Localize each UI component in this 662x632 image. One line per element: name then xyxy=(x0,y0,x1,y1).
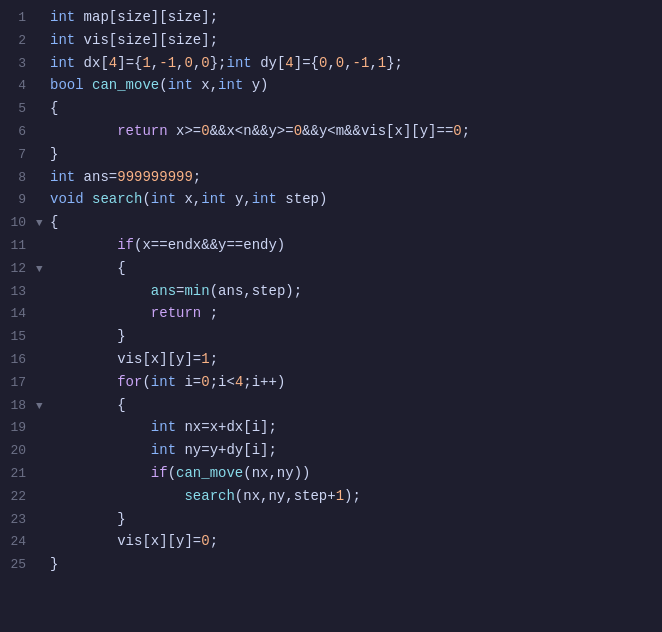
line-number: 20 xyxy=(0,441,36,462)
line-code: } xyxy=(50,553,662,575)
fold-arrow: ▼ xyxy=(36,215,50,233)
code-line: 6 return x>=0&&x<n&&y>=0&&y<m&&vis[x][y]… xyxy=(0,120,662,143)
line-number: 3 xyxy=(0,54,36,75)
code-line: 3int dx[4]={1,-1,0,0};int dy[4]={0,0,-1,… xyxy=(0,52,662,75)
code-line: 16 vis[x][y]=1; xyxy=(0,348,662,371)
line-number: 6 xyxy=(0,122,36,143)
line-number: 8 xyxy=(0,168,36,189)
line-number: 23 xyxy=(0,510,36,531)
line-number: 21 xyxy=(0,464,36,485)
code-line: 4bool can_move(int x,int y) xyxy=(0,74,662,97)
line-code: return ; xyxy=(50,302,662,324)
line-number: 24 xyxy=(0,532,36,553)
line-number: 13 xyxy=(0,282,36,303)
line-code: ans=min(ans,step); xyxy=(50,280,662,302)
line-code: int vis[size][size]; xyxy=(50,29,662,51)
code-lines: 1int map[size][size];2int vis[size][size… xyxy=(0,6,662,576)
line-code: { xyxy=(50,97,662,119)
line-number: 1 xyxy=(0,8,36,29)
code-line: 18▼ { xyxy=(0,394,662,417)
line-code: { xyxy=(50,394,662,416)
line-code: search(nx,ny,step+1); xyxy=(50,485,662,507)
line-number: 22 xyxy=(0,487,36,508)
line-number: 2 xyxy=(0,31,36,52)
code-line: 11 if(x==endx&&y==endy) xyxy=(0,234,662,257)
line-number: 7 xyxy=(0,145,36,166)
line-code: vis[x][y]=0; xyxy=(50,530,662,552)
line-code: } xyxy=(50,508,662,530)
line-code: int map[size][size]; xyxy=(50,6,662,28)
line-number: 19 xyxy=(0,418,36,439)
line-code: int nx=x+dx[i]; xyxy=(50,416,662,438)
line-number: 5 xyxy=(0,99,36,120)
line-code: void search(int x,int y,int step) xyxy=(50,188,662,210)
code-line: 7} xyxy=(0,143,662,166)
line-number: 14 xyxy=(0,304,36,325)
line-code: } xyxy=(50,325,662,347)
code-line: 9void search(int x,int y,int step) xyxy=(0,188,662,211)
line-code: if(x==endx&&y==endy) xyxy=(50,234,662,256)
line-number: 15 xyxy=(0,327,36,348)
code-line: 13 ans=min(ans,step); xyxy=(0,280,662,303)
code-line: 24 vis[x][y]=0; xyxy=(0,530,662,553)
code-line: 19 int nx=x+dx[i]; xyxy=(0,416,662,439)
line-number: 4 xyxy=(0,76,36,97)
fold-arrow: ▼ xyxy=(36,398,50,416)
code-line: 17 for(int i=0;i<4;i++) xyxy=(0,371,662,394)
code-line: 21 if(can_move(nx,ny)) xyxy=(0,462,662,485)
line-code: { xyxy=(50,257,662,279)
code-line: 2int vis[size][size]; xyxy=(0,29,662,52)
code-line: 14 return ; xyxy=(0,302,662,325)
line-code: int ny=y+dy[i]; xyxy=(50,439,662,461)
line-code: bool can_move(int x,int y) xyxy=(50,74,662,96)
code-line: 22 search(nx,ny,step+1); xyxy=(0,485,662,508)
code-line: 5{ xyxy=(0,97,662,120)
code-editor: 1int map[size][size];2int vis[size][size… xyxy=(0,0,662,632)
line-number: 18 xyxy=(0,396,36,417)
line-code: for(int i=0;i<4;i++) xyxy=(50,371,662,393)
code-line: 12▼ { xyxy=(0,257,662,280)
line-code: } xyxy=(50,143,662,165)
line-number: 10 xyxy=(0,213,36,234)
code-line: 25} xyxy=(0,553,662,576)
line-code: if(can_move(nx,ny)) xyxy=(50,462,662,484)
line-code: int dx[4]={1,-1,0,0};int dy[4]={0,0,-1,1… xyxy=(50,52,662,74)
line-code: vis[x][y]=1; xyxy=(50,348,662,370)
line-number: 11 xyxy=(0,236,36,257)
line-number: 9 xyxy=(0,190,36,211)
line-code: { xyxy=(50,211,662,233)
line-code: return x>=0&&x<n&&y>=0&&y<m&&vis[x][y]==… xyxy=(50,120,662,142)
code-line: 8int ans=999999999; xyxy=(0,166,662,189)
fold-arrow: ▼ xyxy=(36,261,50,279)
line-number: 12 xyxy=(0,259,36,280)
code-line: 15 } xyxy=(0,325,662,348)
line-code: int ans=999999999; xyxy=(50,166,662,188)
code-line: 20 int ny=y+dy[i]; xyxy=(0,439,662,462)
code-line: 1int map[size][size]; xyxy=(0,6,662,29)
code-line: 23 } xyxy=(0,508,662,531)
code-line: 10▼{ xyxy=(0,211,662,234)
line-number: 25 xyxy=(0,555,36,576)
line-number: 16 xyxy=(0,350,36,371)
line-number: 17 xyxy=(0,373,36,394)
